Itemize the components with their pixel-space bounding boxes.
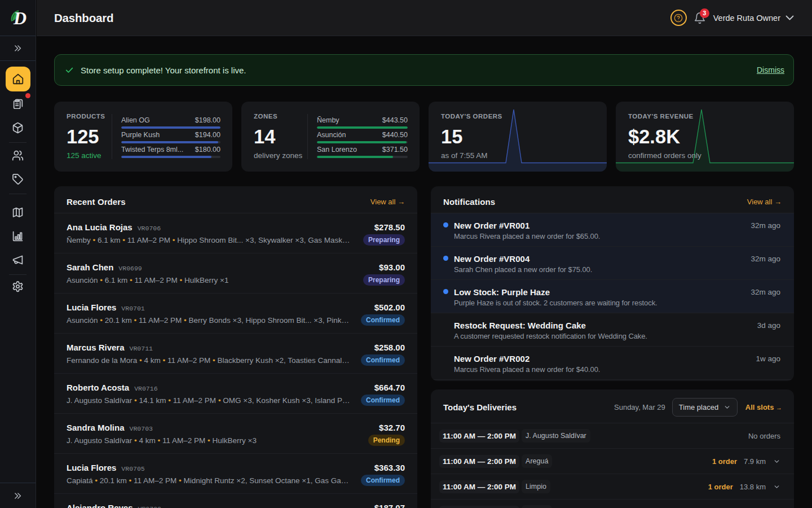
svg-text:D: D <box>13 8 27 28</box>
